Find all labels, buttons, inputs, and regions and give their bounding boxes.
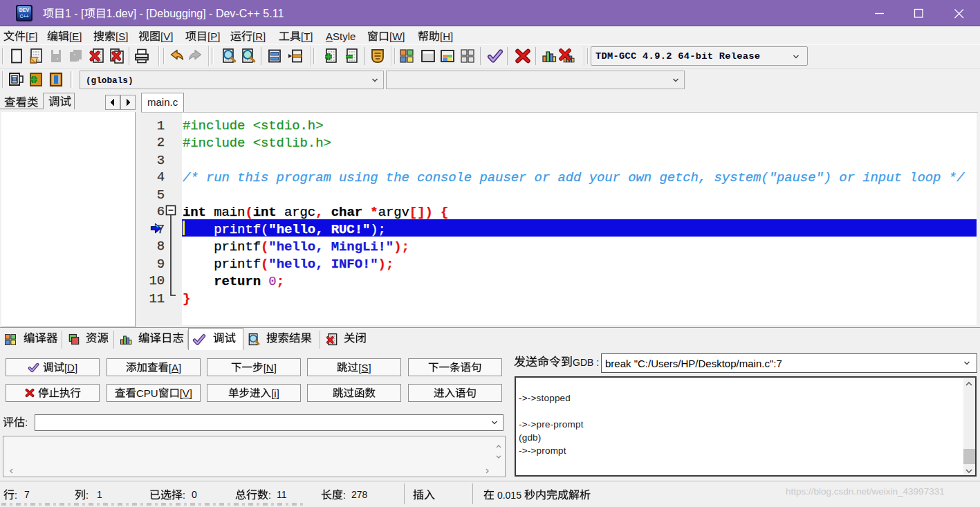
svg-text:C++: C++	[19, 14, 28, 19]
svg-text:DEV: DEV	[19, 8, 30, 12]
